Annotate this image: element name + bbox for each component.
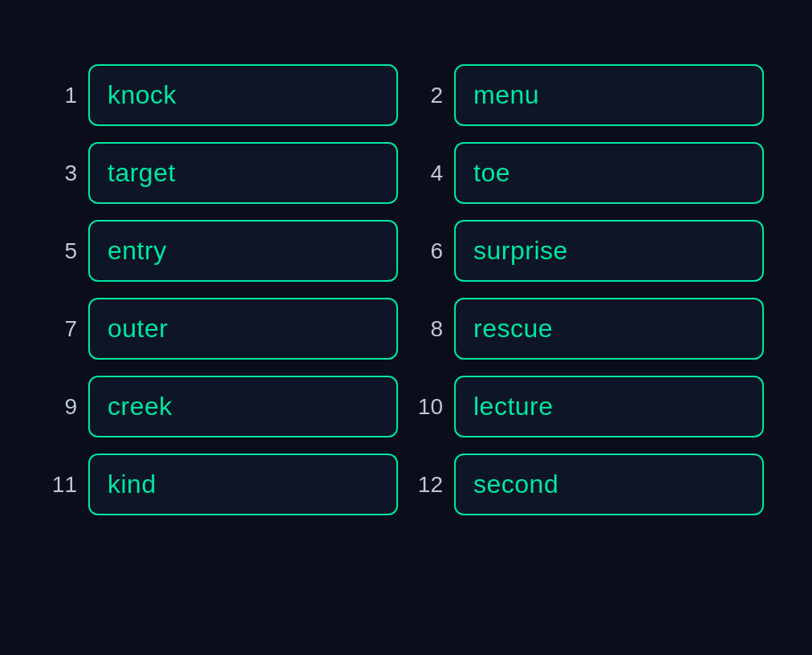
- word-row: 1knock: [48, 64, 398, 126]
- word-number: 4: [414, 161, 443, 186]
- word-grid: 1knock2menu3target4toe5entry6surprise7ou…: [48, 64, 764, 515]
- word-number: 7: [48, 316, 77, 342]
- word-box: creek: [88, 376, 398, 437]
- word-box: outer: [88, 298, 398, 360]
- word-number: 6: [414, 238, 443, 264]
- word-row: 4toe: [414, 142, 764, 204]
- word-box: kind: [88, 454, 398, 515]
- word-box: target: [88, 142, 398, 204]
- word-number: 2: [414, 83, 443, 108]
- word-box: rescue: [454, 298, 764, 360]
- word-row: 11kind: [48, 454, 398, 515]
- word-row: 12second: [414, 454, 764, 515]
- word-box: entry: [88, 220, 398, 282]
- word-box: menu: [454, 64, 764, 126]
- word-number: 8: [414, 316, 443, 342]
- word-box: toe: [454, 142, 764, 204]
- word-row: 2menu: [414, 64, 764, 126]
- word-number: 11: [48, 472, 77, 498]
- word-number: 5: [48, 238, 77, 264]
- word-box: knock: [88, 64, 398, 126]
- word-row: 6surprise: [414, 220, 764, 282]
- word-row: 9creek: [48, 376, 398, 437]
- word-row: 3target: [48, 142, 398, 204]
- word-number: 9: [48, 394, 77, 420]
- word-row: 5entry: [48, 220, 398, 282]
- word-number: 3: [48, 161, 77, 186]
- word-row: 10lecture: [414, 376, 764, 437]
- word-box: second: [454, 454, 764, 515]
- word-box: lecture: [454, 376, 764, 437]
- word-row: 7outer: [48, 298, 398, 360]
- word-number: 10: [414, 394, 443, 420]
- word-row: 8rescue: [414, 298, 764, 360]
- word-number: 1: [48, 83, 77, 108]
- word-box: surprise: [454, 220, 764, 282]
- word-number: 12: [414, 472, 443, 498]
